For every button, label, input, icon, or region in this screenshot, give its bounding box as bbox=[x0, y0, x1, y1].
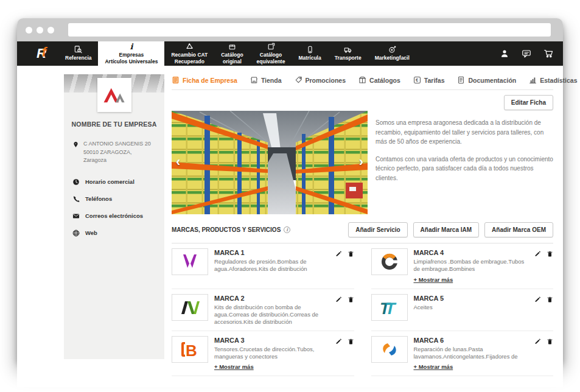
brand-row: MARCA 6 Reparación de lunas.Pasta lavama… bbox=[371, 331, 554, 377]
delete-trash-icon[interactable] bbox=[348, 338, 354, 345]
show-more-link[interactable]: + Mostrar más bbox=[414, 363, 453, 370]
company-profile-main: Ficha de Empresa Tienda Promociones Catá… bbox=[164, 74, 553, 387]
nav-item-catalogo-original[interactable]: Catálogooriginal bbox=[214, 41, 250, 66]
window-dot bbox=[47, 27, 54, 33]
user-icon bbox=[500, 49, 509, 58]
brands-grid: MARCA 1 Reguladores de presión.Bombas de… bbox=[172, 243, 553, 376]
delete-trash-icon[interactable] bbox=[547, 296, 553, 303]
user-account-button[interactable] bbox=[500, 49, 509, 58]
add-brand-oem-button[interactable]: Añadir Marca OEM bbox=[484, 222, 553, 237]
brand-description: Tensores.Crucetas de dirección.Tubos, ma… bbox=[214, 346, 329, 361]
tab-tienda[interactable]: Tienda bbox=[250, 76, 282, 84]
show-more-link[interactable]: + Mostrar más bbox=[214, 363, 254, 370]
store-icon bbox=[250, 76, 258, 84]
sidebar-item-correos-electronicos[interactable]: Correos electrónicos bbox=[64, 208, 164, 225]
brand-logo-box bbox=[172, 248, 208, 275]
brand-logo-box: B bbox=[172, 336, 208, 363]
location-pin-icon bbox=[72, 141, 79, 149]
sidebar-item-label: Web bbox=[85, 229, 97, 236]
add-brand-iam-button[interactable]: Añadir Marca IAM bbox=[413, 222, 479, 237]
app-logo[interactable]: Rf bbox=[23, 41, 58, 66]
tab-label: Promociones bbox=[306, 77, 346, 84]
recycle-icon bbox=[185, 43, 194, 51]
carousel-prev-button[interactable]: ‹ bbox=[176, 155, 180, 169]
cart-button[interactable] bbox=[543, 49, 553, 58]
company-logo bbox=[97, 78, 131, 112]
delete-trash-icon[interactable] bbox=[547, 338, 553, 345]
nav-item-matricula[interactable]: Matrícula bbox=[292, 41, 327, 66]
brand-description: Aceites bbox=[414, 304, 529, 311]
nav-item-transporte[interactable]: Transporte bbox=[328, 41, 368, 66]
edit-pencil-icon[interactable] bbox=[534, 338, 541, 345]
main-nav: Referencia i EmpresasArtículos Universal… bbox=[58, 41, 416, 66]
delete-trash-icon[interactable] bbox=[348, 250, 354, 257]
info-icon[interactable]: i bbox=[284, 226, 290, 233]
brand-row: T T MARCA 5 Aceites bbox=[371, 289, 554, 331]
brand-name: MARCA 1 bbox=[214, 249, 329, 256]
brand-2-logo bbox=[178, 298, 202, 317]
app-navbar: Rf Referencia i EmpresasArtículos Univer… bbox=[17, 41, 563, 66]
tab-label: Estadísticas bbox=[540, 77, 577, 84]
brands-header-bar: MARCAS, PRODUCTOS Y SERVICIOS i Añadir S… bbox=[172, 222, 553, 243]
nav-item-catalogo-equivalente[interactable]: Catálogoequivalente bbox=[250, 41, 292, 66]
company-sheet-icon bbox=[172, 76, 180, 84]
tab-documentacion[interactable]: Documentación bbox=[457, 76, 516, 84]
edit-pencil-icon[interactable] bbox=[335, 338, 342, 345]
tab-estadisticas[interactable]: Estadísticas bbox=[529, 76, 577, 84]
nav-label-2: Artículos Universales bbox=[105, 58, 158, 65]
nav-label: Recambio CAT bbox=[171, 52, 208, 58]
carousel-next-button[interactable]: › bbox=[359, 155, 363, 169]
tab-tarifas[interactable]: € Tarifas bbox=[413, 76, 445, 84]
messages-button[interactable] bbox=[522, 49, 531, 58]
license-plate-icon bbox=[306, 46, 315, 54]
warehouse-photo bbox=[172, 111, 368, 214]
company-description-paragraph-1: Somos una empresa aragonesa dedicada a l… bbox=[376, 118, 553, 147]
brand-3-logo: B bbox=[178, 340, 202, 359]
brand-name: MARCA 4 bbox=[414, 249, 529, 256]
edit-pencil-icon[interactable] bbox=[534, 250, 541, 257]
tab-label: Tienda bbox=[261, 77, 282, 84]
delete-trash-icon[interactable] bbox=[348, 296, 354, 303]
tab-ficha-de-empresa[interactable]: Ficha de Empresa bbox=[172, 76, 237, 84]
brand-name: MARCA 6 bbox=[414, 337, 529, 344]
tab-label: Tarifas bbox=[424, 77, 445, 84]
truck-icon bbox=[343, 46, 352, 54]
brand-6-logo bbox=[377, 340, 402, 359]
show-more-link[interactable]: + Mostrar más bbox=[414, 276, 453, 283]
cart-icon bbox=[543, 49, 553, 58]
nav-item-marketingfacil[interactable]: Marketingfacil bbox=[368, 41, 416, 66]
edit-pencil-icon[interactable] bbox=[335, 296, 342, 303]
delete-trash-icon[interactable] bbox=[547, 250, 553, 257]
page-content: NOMBRE DE TU EMPRESA C ANTONIO SANGENIS … bbox=[17, 66, 563, 387]
nav-item-recambio-cat-recuperado[interactable]: Recambio CATRecuperado bbox=[164, 41, 214, 66]
tab-catalogos[interactable]: Catálogos bbox=[358, 76, 400, 84]
phone-icon bbox=[72, 195, 80, 203]
brand-name: MARCA 5 bbox=[414, 295, 529, 302]
edit-profile-button[interactable]: Editar Ficha bbox=[504, 95, 553, 110]
bar-chart-icon bbox=[529, 76, 537, 84]
nav-label: Catálogo bbox=[221, 52, 243, 58]
brand-row: MARCA 1 Reguladores de presión.Bombas de… bbox=[172, 243, 354, 289]
brands-heading: MARCAS, PRODUCTOS Y SERVICIOS bbox=[172, 226, 281, 233]
tab-promociones[interactable]: Promociones bbox=[295, 76, 346, 84]
address-bar[interactable] bbox=[68, 23, 551, 37]
edit-pencil-icon[interactable] bbox=[335, 250, 342, 257]
sidebar-item-web[interactable]: Web bbox=[64, 225, 164, 242]
nav-item-referencia[interactable]: Referencia bbox=[58, 41, 98, 66]
info-letter-icon: i bbox=[130, 43, 133, 51]
window-dot bbox=[26, 27, 32, 33]
edit-pencil-icon[interactable] bbox=[534, 296, 541, 303]
nav-item-empresas-articulos-universales[interactable]: i EmpresasArtículos Universales bbox=[98, 41, 164, 66]
nav-label: Marketingfacil bbox=[375, 55, 410, 61]
brand-logo-box: T T bbox=[371, 294, 408, 321]
sidebar-item-telefonos[interactable]: Teléfonos bbox=[64, 191, 164, 208]
sidebar-item-horario-comercial[interactable]: Horario comercial bbox=[64, 173, 164, 191]
brand-row: MARCA 4 Limpiafrenos .Bombas de embrague… bbox=[371, 243, 554, 289]
add-service-button[interactable]: Añadir Servicio bbox=[348, 222, 407, 237]
search-document-icon bbox=[74, 46, 83, 54]
tab-label: Documentación bbox=[468, 77, 516, 84]
svg-text:B: B bbox=[186, 341, 197, 359]
brand-description: Reparación de lunas.Pasta lavamanos.Anti… bbox=[414, 346, 529, 361]
document-icon bbox=[457, 76, 465, 84]
sidebar-item-label: Horario comercial bbox=[85, 178, 135, 185]
